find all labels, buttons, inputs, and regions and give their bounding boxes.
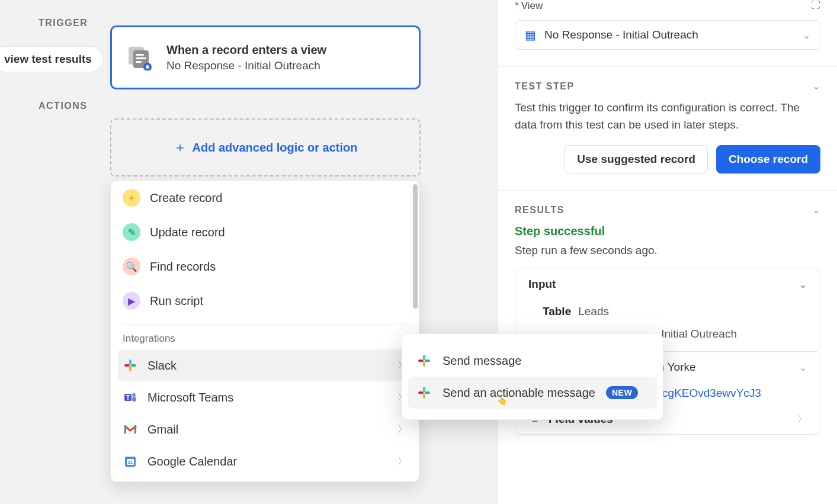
svg-rect-3 <box>136 57 146 59</box>
svg-rect-27 <box>423 361 425 367</box>
action-create-record[interactable]: ＋ Create record <box>118 181 412 215</box>
table-key: Table <box>543 305 571 318</box>
slack-submenu: Send message Send an actionable message … <box>402 333 663 420</box>
svg-text:T: T <box>126 394 130 401</box>
svg-rect-25 <box>423 355 425 360</box>
choose-record-button[interactable]: Choose record <box>716 145 820 174</box>
trigger-card[interactable]: When a record enters a view No Response … <box>110 25 421 89</box>
chevron-right-icon: 〉 <box>397 423 407 436</box>
chevron-down-icon[interactable]: ⌄ <box>799 279 807 290</box>
record-id-value[interactable]: recgKEOvd3ewvYcJ3 <box>652 387 761 400</box>
chevron-down-icon[interactable]: ⌄ <box>812 204 820 216</box>
slack-send-actionable[interactable]: Send an actionable message NEW 👆 <box>408 377 657 409</box>
svg-rect-9 <box>129 366 132 371</box>
svg-rect-8 <box>131 364 136 367</box>
view-select-value: No Response - Initial Outreach <box>544 28 698 41</box>
svg-rect-7 <box>129 359 132 365</box>
svg-point-6 <box>146 65 149 69</box>
section-label-trigger: TRIGGER <box>39 18 88 28</box>
trigger-title: When a record enters a view <box>166 43 326 57</box>
integration-teams[interactable]: T Microsoft Teams 〉 <box>118 381 412 413</box>
step-successful: Step successful <box>515 224 820 238</box>
chevron-right-icon: 〉 <box>397 455 407 468</box>
calendar-icon: 31 <box>123 454 138 469</box>
step-ran-text: Step run a few seconds ago. <box>515 244 820 257</box>
scrollbar[interactable] <box>413 184 418 309</box>
slack-icon <box>416 385 432 400</box>
play-icon: ▶ <box>123 292 140 310</box>
submenu-label: Send an actionable message <box>442 386 595 400</box>
action-label: Run script <box>150 294 203 308</box>
table-val: Leads <box>578 305 609 318</box>
grid-icon: ▦ <box>525 28 536 42</box>
gmail-icon <box>123 422 138 437</box>
integration-gforms[interactable]: Google Forms 〉 <box>118 477 412 482</box>
action-label: Find records <box>150 260 216 274</box>
chevron-down-icon[interactable]: ⌄ <box>799 362 807 373</box>
slack-icon <box>123 358 138 373</box>
svg-rect-30 <box>425 391 430 394</box>
properties-panel: *View ⛶ ▦ No Response - Initial Outreach… <box>498 0 837 504</box>
pencil-icon: ✎ <box>123 223 140 241</box>
integration-gcal[interactable]: 31 Google Calendar 〉 <box>118 445 412 477</box>
view-test-results-pill[interactable]: view test results <box>0 46 103 72</box>
svg-text:31: 31 <box>128 460 133 465</box>
integration-label: Microsoft Teams <box>147 391 233 405</box>
divider <box>121 324 408 325</box>
test-step-heading: TEST STEP <box>515 81 575 92</box>
view-field-label: *View <box>515 0 837 12</box>
svg-rect-32 <box>418 391 424 394</box>
record-view-icon <box>126 44 152 70</box>
slack-icon <box>416 353 432 368</box>
new-badge: NEW <box>606 386 638 399</box>
view-select[interactable]: ▦ No Response - Initial Outreach ⌄ <box>515 20 820 50</box>
add-action-button[interactable]: ＋ Add advanced logic or action <box>110 118 421 176</box>
submenu-label: Send message <box>442 354 521 368</box>
chevron-down-icon[interactable]: ⌄ <box>812 80 820 92</box>
integration-slack[interactable]: Slack 〉 <box>118 349 412 381</box>
search-icon: 🔍 <box>123 258 140 275</box>
action-find-records[interactable]: 🔍 Find records <box>118 249 412 284</box>
action-run-script[interactable]: ▶ Run script <box>118 284 412 318</box>
integrations-label: Integrations <box>118 333 412 349</box>
svg-rect-26 <box>425 359 430 362</box>
action-update-record[interactable]: ✎ Update record <box>118 215 412 249</box>
plus-circle-icon: ＋ <box>123 189 140 207</box>
svg-rect-17 <box>134 425 136 434</box>
action-label: Update record <box>150 226 225 239</box>
trigger-text: When a record enters a view No Response … <box>166 43 326 72</box>
view-val: Initial Outreach <box>661 328 737 341</box>
section-label-actions: ACTIONS <box>39 101 88 111</box>
plus-icon: ＋ <box>174 139 187 156</box>
svg-rect-14 <box>132 397 136 402</box>
results-heading: RESULTS <box>515 205 565 216</box>
svg-rect-16 <box>124 425 126 434</box>
integration-label: Gmail <box>147 423 178 436</box>
divider <box>498 190 837 191</box>
integration-label: Google Calendar <box>147 455 237 468</box>
automation-canvas: view test results TRIGGER ACTIONS When a… <box>0 0 498 504</box>
chevron-right-icon[interactable]: 〉 <box>797 413 807 426</box>
actions-dropdown: ＋ Create record ✎ Update record 🔍 Find r… <box>110 180 419 482</box>
integration-gmail[interactable]: Gmail 〉 <box>118 413 412 445</box>
svg-rect-2 <box>136 54 144 56</box>
svg-rect-31 <box>423 393 425 399</box>
add-action-label: Add advanced logic or action <box>193 141 358 155</box>
expand-icon[interactable]: ⛶ <box>811 0 820 11</box>
svg-rect-10 <box>124 364 130 367</box>
trigger-subtitle: No Response - Initial Outreach <box>166 59 326 72</box>
use-suggested-button[interactable]: Use suggested record <box>565 145 708 174</box>
svg-rect-28 <box>418 359 424 362</box>
chevron-down-icon: ⌄ <box>803 30 810 41</box>
svg-point-13 <box>132 393 136 397</box>
action-label: Create record <box>150 191 222 205</box>
teams-icon: T <box>123 390 138 405</box>
input-label: Input <box>528 278 556 291</box>
svg-rect-29 <box>423 387 425 392</box>
integration-label: Slack <box>147 359 177 373</box>
svg-rect-4 <box>136 61 142 63</box>
divider <box>498 66 837 67</box>
slack-send-message[interactable]: Send message <box>408 345 657 377</box>
test-step-description: Test this trigger to confirm its configu… <box>515 99 820 133</box>
